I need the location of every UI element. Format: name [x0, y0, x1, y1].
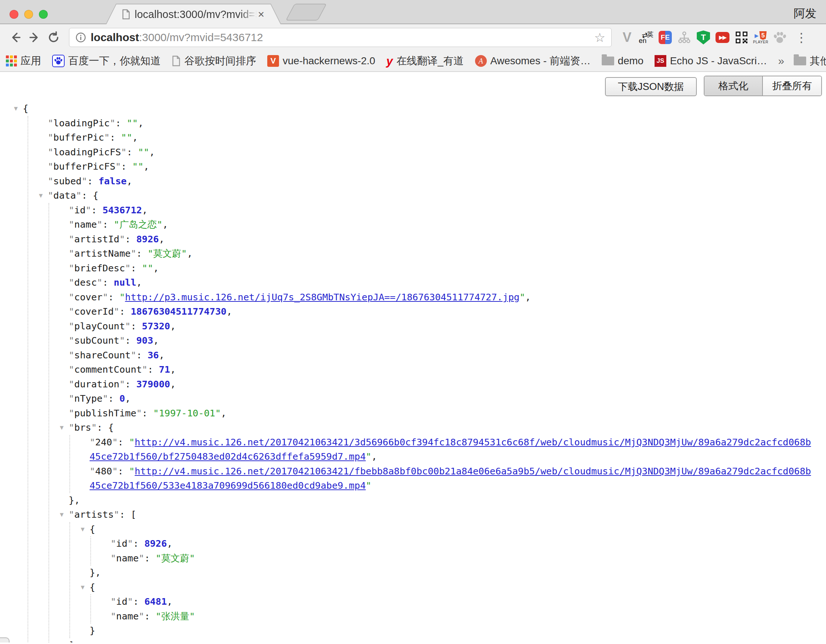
bookmark-awesomes[interactable]: A Awesomes - 前端资… [475, 54, 591, 68]
other-bookmarks[interactable]: 其他书签 [794, 54, 826, 68]
browser-menu-icon[interactable]: ⋮ [795, 30, 807, 45]
json-line: "name": "广岛之恋", [69, 217, 815, 232]
browser-toolbar: localhost:3000/mv?mvid=5436712 ☆ V 英⇄en … [0, 24, 826, 51]
download-json-button[interactable]: 下载JSON数据 [605, 77, 697, 96]
bookmark-google-sort[interactable]: 谷歌按时间排序 [172, 54, 256, 68]
json-line: "cover": "http://p3.music.126.net/ijUq7s… [69, 290, 815, 305]
collapse-toggle-icon[interactable]: ▼ [36, 188, 45, 203]
json-viewer: ▼{"loadingPic": "","bufferPic": "","load… [23, 101, 815, 642]
page-info-icon[interactable] [75, 32, 86, 43]
json-line: ▼{ [90, 580, 815, 595]
bookmark-label: 在线翻译_有道 [396, 54, 464, 68]
json-line: "subCount": 903, [69, 334, 815, 348]
sitemap-icon[interactable] [677, 29, 692, 45]
json-line: "240": "http://v4.music.126.net/20170421… [90, 435, 815, 464]
json-line: ▼{ [23, 101, 815, 116]
json-line: "loadingPic": "", [48, 116, 815, 131]
active-tab[interactable]: localhost:3000/mv?mvid=5436 × [106, 4, 281, 24]
echojs-icon: JS [655, 55, 666, 67]
url-path: :3000/mv?mvid=5436712 [139, 31, 263, 43]
page-content: 下载JSON数据 格式化 折叠所有 ▼{"loadingPic": "","bu… [0, 72, 826, 642]
bookmark-star-icon[interactable]: ☆ [595, 31, 606, 44]
bookmark-label: 百度一下，你就知道 [68, 54, 161, 68]
video-speed-icon[interactable]: ▶▶ [715, 29, 730, 45]
collapse-toggle-icon[interactable]: ▼ [57, 507, 67, 522]
tampermonkey-icon[interactable]: T [696, 29, 711, 45]
minimize-window-icon[interactable] [24, 10, 33, 19]
json-line: ] [69, 638, 815, 643]
bookmark-label: 应用 [20, 54, 41, 68]
json-line: }, [69, 493, 815, 508]
bookmark-vue-hackernews[interactable]: V vue-hackernews-2.0 [267, 55, 375, 67]
other-bookmarks-label: 其他书签 [810, 54, 826, 68]
json-line: "bufferPic": "", [48, 130, 815, 145]
html5-player-icon[interactable]: ▶5PLAYER [753, 29, 768, 45]
translate-icon[interactable]: 英⇄en [639, 29, 654, 45]
json-line: "bufferPicFS": "", [48, 159, 815, 174]
json-link[interactable]: http://v4.music.126.net/20170421063421/3… [90, 436, 811, 462]
json-line: "loadingPicFS": "", [48, 145, 815, 160]
bookmark-label: demo [618, 55, 644, 67]
json-line: ▼"data": { [48, 188, 815, 203]
json-line: "artistId": 8926, [69, 232, 815, 247]
json-line: } [90, 624, 815, 638]
json-line: "480": "http://v4.music.126.net/20170421… [90, 464, 815, 493]
reload-icon[interactable] [45, 29, 62, 45]
url-text: localhost:3000/mv?mvid=5436712 [91, 31, 263, 44]
bookmark-youdao[interactable]: y 在线翻译_有道 [386, 54, 464, 68]
json-link[interactable]: http://v4.music.126.net/20170421063421/f… [90, 466, 811, 491]
tab-close-icon[interactable]: × [258, 9, 264, 20]
json-line: "nType": 0, [69, 391, 815, 406]
tab-strip: localhost:3000/mv?mvid=5436 × 阿发 [0, 0, 826, 24]
bookmark-baidu[interactable]: 百度一下，你就知道 [52, 54, 161, 68]
json-line: "name": "莫文蔚" [110, 551, 815, 566]
json-line: "id": 6481, [110, 594, 815, 609]
json-line: "coverId": 18676304511774730, [69, 304, 815, 319]
json-line: "commentCount": 71, [69, 362, 815, 377]
json-line: "id": 8926, [110, 537, 815, 551]
json-line: "name": "张洪量" [110, 609, 815, 624]
url-host: localhost [91, 31, 139, 43]
new-tab-button[interactable] [286, 4, 327, 20]
fe-helper-icon[interactable]: FE [658, 29, 672, 45]
json-line: "duration": 379000, [69, 377, 815, 392]
address-bar[interactable]: localhost:3000/mv?mvid=5436712 ☆ [69, 28, 612, 47]
vue-devtools-icon[interactable]: V [620, 29, 634, 45]
forward-icon[interactable] [26, 29, 43, 45]
json-line: ▼"artists": [ [69, 507, 815, 522]
fullscreen-window-icon[interactable] [39, 10, 48, 19]
page-icon [172, 56, 181, 67]
back-icon[interactable] [7, 29, 23, 45]
collapse-toggle-icon[interactable]: ▼ [57, 421, 67, 435]
json-line: "publishTime": "1997-10-01", [69, 406, 815, 421]
vue-icon: V [267, 55, 279, 67]
json-line: ▼"brs": { [69, 421, 815, 435]
bookmarks-bar: 应用 百度一下，你就知道 谷歌按时间排序 V vue-hackernews-2.… [0, 51, 826, 72]
bookmark-label: Echo JS - JavaScri… [670, 55, 767, 67]
status-bubble [0, 638, 9, 642]
collapse-toggle-icon[interactable]: ▼ [78, 580, 87, 595]
collapse-toggle-icon[interactable]: ▼ [78, 522, 87, 537]
json-link[interactable]: http://p3.music.126.net/ijUq7s_2S8GMbTNs… [125, 292, 520, 303]
json-line: "playCount": 57320, [69, 319, 815, 334]
json-line: }, [90, 565, 815, 580]
profile-name[interactable]: 阿发 [794, 6, 817, 21]
bookmark-label: vue-hackernews-2.0 [283, 55, 375, 67]
collapse-all-button[interactable]: 折叠所有 [763, 76, 821, 95]
bookmark-demo-folder[interactable]: demo [602, 55, 644, 67]
bookmark-echojs[interactable]: JS Echo JS - JavaScri… [655, 55, 767, 67]
bookmarks-overflow-icon[interactable]: » [778, 55, 784, 67]
bookmark-label: 谷歌按时间排序 [184, 54, 256, 68]
format-button[interactable]: 格式化 [705, 76, 763, 95]
tab-title: localhost:3000/mv?mvid=5436 [135, 8, 257, 20]
view-mode-segmented-control: 格式化 折叠所有 [704, 76, 822, 96]
apps-grid-icon [6, 56, 17, 67]
qrcode-icon[interactable] [734, 29, 749, 45]
bookmark-apps[interactable]: 应用 [6, 54, 41, 68]
page-favicon-icon [122, 9, 130, 20]
paw-icon[interactable] [772, 29, 787, 45]
json-line: "shareCount": 36, [69, 348, 815, 363]
collapse-toggle-icon[interactable]: ▼ [11, 101, 20, 116]
folder-icon [794, 57, 806, 65]
close-window-icon[interactable] [9, 10, 19, 19]
